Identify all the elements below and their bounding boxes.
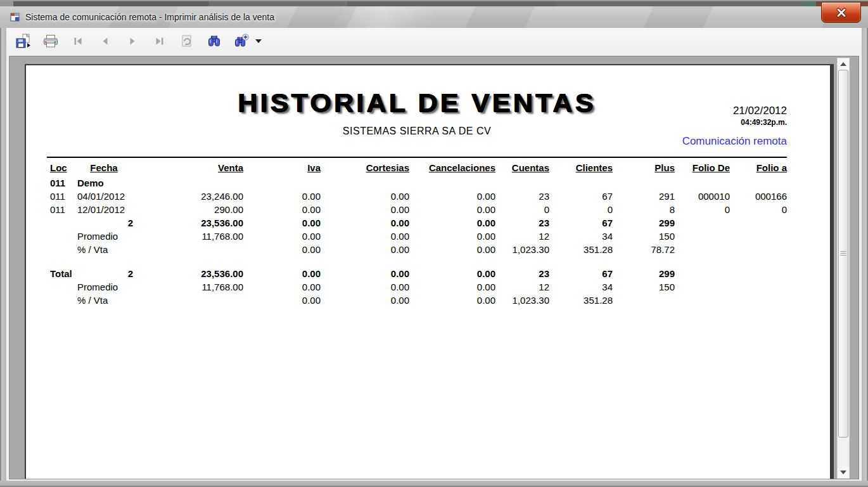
toolbar-first-page-button[interactable] [68,32,87,51]
table-header-row: LocFechaVentaIvaCortesiasCancelacionesCu… [47,161,787,176]
cell-folio_de [675,176,730,190]
scrollbar-thumb[interactable] [838,70,848,438]
cell-iva: 0.00 [243,280,321,294]
cell-venta [136,294,243,307]
table-row-total: Total223,536.000.000.000.002367299 [47,267,787,280]
cell-iva: 0.00 [243,190,321,203]
cell-clientes: 34 [549,280,613,294]
column-header-venta: Venta [136,161,243,176]
window-border-right [862,28,868,487]
cell-cortesias: 0.00 [321,294,409,307]
cell-plus [613,176,675,190]
cell-cancelaciones: 0.00 [409,294,495,307]
close-icon [822,6,860,19]
cell-fecha: Promedio [72,280,136,294]
cell-folio_de [675,280,730,294]
cell-iva: 0.00 [243,216,321,230]
cell-folio_de [675,243,730,256]
cell-folio_a: 0 [730,203,787,216]
zoom-dropdown-caret-icon[interactable] [255,39,262,43]
titlebar[interactable]: Sistema de comunicación remota - Imprimi… [0,6,868,29]
scrollbar-grip-icon [841,251,846,256]
cell-venta: 11,768.00 [136,280,243,294]
cell-folio_a [730,216,787,230]
cell-fecha: Demo [72,176,136,190]
cell-plus: 150 [613,230,675,243]
scrollbar-down-button[interactable] [838,467,849,478]
report-viewer: HISTORIAL DE VENTAS SISTEMAS SIERRA SA D… [9,56,859,479]
cell-clientes [549,176,613,190]
cell-clientes: 34 [549,230,613,243]
cell-plus: 8 [613,203,675,216]
report-link-comunicacion-remota[interactable]: Comunicación remota [682,135,787,148]
cell-loc: 011 [47,203,72,216]
export-report-icon [15,33,32,49]
cell-cancelaciones: 0.00 [409,230,495,243]
scrollbar-up-button[interactable] [838,58,849,70]
cell-folio_a [730,176,787,190]
report-table: LocFechaVentaIvaCortesiasCancelacionesCu… [47,161,787,307]
first-page-icon [70,33,86,49]
report-horizontal-rule [47,157,787,158]
table-row-subtotal: 223,536.000.000.000.002367299 [47,216,787,230]
window-title: Sistema de comunicación remota - Imprimi… [25,12,274,22]
table-row-average: Promedio11,768.000.000.000.001234150 [47,230,787,243]
cell-cuentas: 23 [495,267,549,280]
scroll-up-icon [840,62,846,66]
toolbar-go-to-page-button[interactable] [177,32,196,51]
cell-iva: 0.00 [243,267,321,280]
table-row-data: 01104/01/201223,246.000.000.000.00236729… [47,190,787,203]
toolbar-export-button[interactable] [14,32,33,51]
cell-cortesias: 0.00 [321,243,409,256]
report-time: 04:49:32p.m. [741,118,787,127]
cell-plus: 150 [613,280,675,294]
column-header-folio_a: Folio a [730,161,787,176]
scrollbar-track[interactable] [838,70,849,467]
toolbar-last-page-button[interactable] [150,32,169,51]
cell-clientes: 351.28 [549,243,613,256]
cell-cortesias: 0.00 [321,190,409,203]
cell-clientes: 67 [549,190,613,203]
toolbar-next-page-button[interactable] [123,32,142,51]
column-header-folio_de: Folio De [675,161,730,176]
cell-loc: 011 [47,176,72,190]
cell-cortesias: 0.00 [321,280,409,294]
cell-loc: Total [47,267,72,280]
cell-plus: 78.72 [613,243,675,256]
table-row-group-header: 011Demo [47,176,787,190]
toolbar-zoom-button[interactable] [232,32,251,51]
cell-folio_de: 000010 [675,190,730,203]
window-border-bottom [0,481,868,487]
cell-plus [613,294,675,307]
cell-clientes: 0 [549,203,613,216]
cell-cuentas: 23 [495,216,549,230]
cell-folio_a [730,243,787,256]
close-button[interactable] [821,2,861,23]
cell-folio_a [730,280,787,294]
previous-page-icon [97,33,113,49]
cell-folio_a [730,294,787,307]
window-top-edge [0,0,868,6]
cell-clientes: 351.28 [549,294,613,307]
cell-cuentas: 1,023.30 [495,243,549,256]
column-header-cortesias: Cortesias [321,161,409,176]
vertical-scrollbar[interactable] [837,58,850,479]
cell-cancelaciones: 0.00 [409,190,495,203]
go-to-page-icon [179,33,195,49]
cell-cancelaciones: 0.00 [409,280,495,294]
column-header-clientes: Clientes [549,161,613,176]
cell-venta: 23,246.00 [136,190,243,203]
last-page-icon [151,33,168,49]
binoculars-zoom-icon [233,33,250,49]
cell-folio_a [730,267,787,280]
cell-folio_a [730,230,787,243]
cell-folio_de [675,216,730,230]
cell-venta: 290.00 [136,203,243,216]
cell-fecha: Promedio [72,230,136,243]
cell-cuentas [495,176,549,190]
toolbar-previous-page-button[interactable] [96,32,115,51]
toolbar-print-button[interactable] [41,32,60,51]
cell-cortesias: 0.00 [321,216,409,230]
toolbar-find-button[interactable] [205,32,224,51]
cell-loc [47,243,72,256]
